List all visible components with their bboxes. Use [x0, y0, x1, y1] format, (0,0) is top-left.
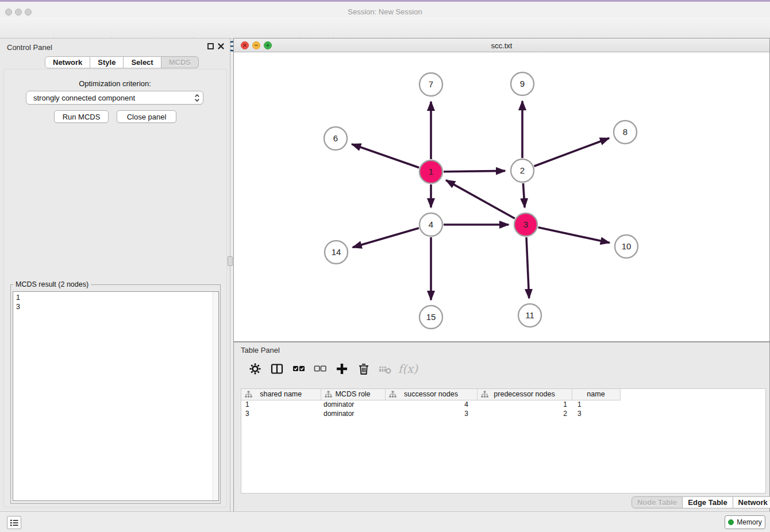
column-header-shared-name[interactable]: shared name [241, 389, 321, 400]
svg-text:6: 6 [333, 133, 338, 143]
graph-node-4[interactable]: 4 [419, 213, 442, 236]
table-row[interactable]: 3dominator323 [241, 409, 620, 418]
optimization-criterion-select[interactable]: strongly connected component [26, 91, 203, 105]
cell-MCDS-role[interactable]: dominator [321, 409, 385, 418]
svg-text:7: 7 [429, 79, 433, 89]
svg-text:11: 11 [525, 310, 534, 320]
graph-edge-2-8[interactable] [534, 138, 609, 167]
memory-label: Memory [737, 518, 761, 526]
select-all-icon [292, 362, 306, 376]
svg-text:4: 4 [429, 219, 433, 229]
cell-predecessor-nodes[interactable]: 1 [477, 400, 572, 409]
tab-mcds[interactable]: MCDS [161, 56, 199, 68]
graph-node-11[interactable]: 11 [518, 304, 541, 327]
graph-node-15[interactable]: 15 [419, 306, 442, 329]
control-panel-tabs: NetworkStyleSelectMCDS [45, 56, 199, 68]
add-row-icon [335, 362, 349, 376]
cell-predecessor-nodes[interactable]: 2 [477, 409, 572, 418]
graph-node-7[interactable]: 7 [419, 73, 442, 96]
svg-text:2: 2 [520, 165, 525, 175]
table-settings-button[interactable] [247, 360, 264, 377]
network-canvas[interactable]: 7968124314101511 [234, 52, 769, 341]
task-history-button[interactable] [7, 516, 21, 529]
svg-text:10: 10 [622, 241, 632, 251]
table-tab-edge-table[interactable]: Edge Table [683, 496, 733, 508]
table-row[interactable]: 1dominator411 [241, 400, 620, 409]
node-table[interactable]: shared nameMCDS rolesuccessor nodesprede… [241, 388, 766, 494]
mcds-result-line: 3 [13, 302, 218, 311]
svg-text:3: 3 [523, 219, 528, 229]
graph-edge-3-10[interactable] [538, 228, 610, 243]
table-settings-icon [248, 362, 262, 376]
table-tab-node-table[interactable]: Node Table [632, 496, 683, 508]
delete-row-button[interactable] [355, 360, 372, 377]
session-title: Session: New Session [0, 7, 770, 16]
run-mcds-button[interactable]: Run MCDS [54, 110, 109, 123]
control-panel-float-icon[interactable] [207, 43, 214, 49]
svg-text:9: 9 [520, 79, 525, 88]
graph-edge-3-1[interactable] [446, 180, 515, 219]
control-panel-title: Control Panel [7, 43, 52, 52]
panel-splitter-handle[interactable] [228, 256, 233, 266]
list-icon [9, 518, 20, 528]
close-panel-button[interactable]: Close panel [117, 110, 176, 123]
cell-successor-nodes[interactable]: 4 [385, 400, 477, 409]
delete-column-button[interactable] [376, 360, 394, 377]
main-toolbar [0, 17, 770, 39]
graph-node-1[interactable]: 1 [419, 160, 442, 183]
main-titlebar: Session: New Session [0, 2, 770, 17]
column-header-name[interactable]: name [572, 389, 620, 400]
memory-button[interactable]: Memory [725, 515, 765, 529]
table-toolbar: f(x) [241, 357, 764, 380]
graph-edge-2-3[interactable] [523, 183, 525, 207]
result-scrollbar[interactable] [213, 292, 218, 500]
column-header-successor-nodes[interactable]: successor nodes [385, 389, 477, 400]
function-builder-icon: f(x) [398, 362, 418, 376]
network-window-titlebar[interactable]: scc.txt [234, 38, 769, 52]
deselect-all-button[interactable] [311, 360, 329, 377]
tab-select[interactable]: Select [124, 56, 161, 68]
select-stepper-icon [191, 94, 203, 102]
add-row-button[interactable] [333, 360, 351, 377]
cell-successor-nodes[interactable]: 3 [385, 409, 477, 418]
graph-node-14[interactable]: 14 [325, 241, 348, 264]
cell-MCDS-role[interactable]: dominator [321, 400, 385, 409]
cell-name[interactable]: 3 [572, 409, 620, 418]
graph-node-9[interactable]: 9 [511, 72, 534, 95]
deselect-all-icon [313, 362, 327, 376]
mcds-result-list[interactable]: 13 [13, 291, 219, 501]
graph-node-2[interactable]: 2 [511, 159, 534, 182]
control-panel-close-icon[interactable] [217, 43, 225, 50]
column-header-predecessor-nodes[interactable]: predecessor nodes [477, 389, 572, 400]
graph-edge-3-11[interactable] [526, 237, 529, 298]
table-tab-network-table[interactable]: Network Table [733, 496, 770, 508]
svg-text:8: 8 [623, 127, 627, 137]
show-columns-button[interactable] [268, 360, 286, 377]
cell-shared-name[interactable]: 1 [241, 400, 321, 409]
select-all-button[interactable] [290, 360, 307, 377]
function-builder-button[interactable]: f(x) [399, 360, 417, 377]
cell-name[interactable]: 1 [572, 400, 620, 409]
graph-node-8[interactable]: 8 [614, 121, 637, 144]
mcds-result-title: MCDS result (2 nodes) [13, 280, 91, 288]
graph-node-10[interactable]: 10 [615, 235, 638, 258]
mcds-result-line: 1 [13, 293, 218, 302]
tab-network[interactable]: Network [45, 56, 90, 68]
cell-shared-name[interactable]: 3 [241, 409, 321, 418]
status-bar: Memory [0, 511, 770, 532]
table-tabs: Node TableEdge TableNetwork TableMotifs [632, 496, 770, 508]
graph-edge-1-6[interactable] [352, 144, 419, 168]
table-panel: Table Panel f(x) shared nameMCDS rolesuc… [233, 342, 770, 511]
network-view-window: scc.txt 7968124314101511 [233, 38, 770, 342]
delete-column-icon [378, 362, 392, 376]
column-header-MCDS-role[interactable]: MCDS role [321, 389, 385, 400]
tab-style[interactable]: Style [90, 56, 124, 68]
svg-text:1: 1 [429, 167, 433, 176]
control-panel-header: Control Panel [0, 38, 230, 56]
graph-edge-4-14[interactable] [353, 228, 419, 248]
graph-edge-1-2[interactable] [444, 171, 505, 171]
network-window-title: scc.txt [234, 41, 769, 50]
graph-node-3[interactable]: 3 [514, 213, 537, 236]
graph-node-6[interactable]: 6 [324, 127, 347, 150]
show-columns-icon [270, 362, 284, 376]
